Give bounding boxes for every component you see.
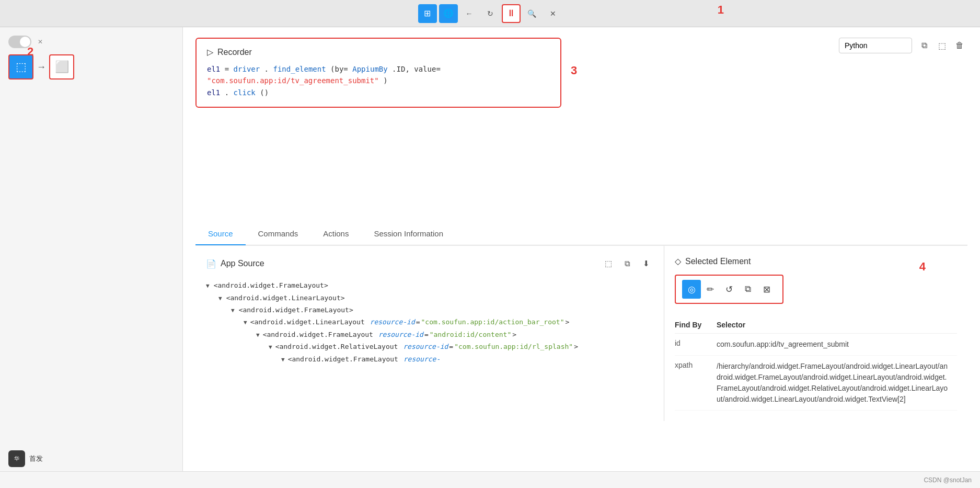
refresh-button[interactable]: ↻ (481, 4, 500, 23)
globe-button[interactable]: 🌐 (439, 4, 458, 23)
tree-tag-3-start[interactable]: <android.widget.LinearLayout (250, 316, 369, 328)
tree-eq-3: = (416, 316, 420, 328)
expand-source-button[interactable]: ⬚ (601, 256, 616, 271)
copy-action-button[interactable]: ⧉ (739, 280, 757, 299)
tab-actions[interactable]: Actions (310, 223, 361, 245)
code-line-1: el1 = driver . find_element (by= AppiumB… (207, 63, 550, 87)
tree-attr-name-3: resource-id (370, 316, 415, 328)
tree-tag-5-start[interactable]: <android.widget.RelativeLayout (275, 341, 402, 353)
tree-tag-5-end: > (574, 341, 578, 353)
download-source-button[interactable]: ⬇ (639, 256, 653, 271)
tree-tag-0[interactable]: <android.widget.FrameLayout> (214, 279, 328, 291)
edit-action-button[interactable]: ✏ (701, 280, 720, 299)
tree-toggle-5[interactable]: ▼ (269, 342, 272, 353)
pause-button[interactable]: ⏸ (502, 4, 521, 23)
tree-node-5: ▼ <android.widget.RelativeLayout resourc… (206, 341, 653, 353)
code-find-element: find_element (273, 65, 326, 73)
tree-node-1: ▼ <android.widget.LinearLayout> (206, 292, 653, 304)
selected-element-header: ◇ Selected Element (675, 256, 957, 266)
main-layout: ✕ 2 ⬚ → ⬜ 华 首发 Python Java JavaScript C#… (0, 27, 980, 488)
tree-attr-val-4: "android:id/content" (430, 328, 512, 341)
table-row-id: id com.soufun.app:id/tv_agreement_submit (675, 334, 957, 356)
source-panel-actions: ⬚ ⧉ ⬇ (601, 256, 653, 271)
code-driver: driver (234, 65, 260, 73)
language-select[interactable]: Python Java JavaScript C# Ruby (839, 38, 912, 53)
left-panel: ✕ 2 ⬚ → ⬜ 华 首发 (0, 27, 183, 488)
screenshot-button[interactable]: ⬜ (49, 54, 74, 80)
close-button[interactable]: ✕ (544, 4, 562, 23)
code-appiumby: AppiumBy (352, 65, 387, 73)
tree-node-2: ▼ <android.widget.FrameLayout> (206, 304, 653, 316)
tree-tag-2[interactable]: <android.widget.FrameLayout> (239, 304, 353, 316)
code-line-2: el1 . click () (207, 87, 550, 98)
toggle-x-icon: ✕ (38, 38, 43, 46)
recorder-title: Recorder (217, 48, 252, 57)
id-selector-value: com.soufun.app:id/tv_agreement_submit (717, 334, 957, 356)
tree-node-3: ▼ <android.widget.LinearLayout resource-… (206, 316, 653, 328)
tree-toggle-3[interactable]: ▼ (244, 317, 247, 328)
tree-tag-6-start[interactable]: <android.widget.FrameLayout (288, 353, 402, 365)
icon-btn-group: 2 ⬚ → ⬜ (8, 54, 74, 80)
tree-toggle-6[interactable]: ▼ (281, 355, 285, 365)
code-var-el1: el1 (207, 65, 220, 73)
lang-action-buttons: ⧉ ⬚ 🗑 (916, 38, 967, 53)
source-panel-icon: 📄 (206, 259, 216, 269)
watermark-text: CSDN @snotJan (924, 476, 972, 484)
element-action-buttons: ◎ ✏ ↺ ⧉ ⊠ (675, 275, 783, 304)
find-by-xpath-label: xpath (675, 356, 717, 411)
app-label: 首发 (29, 454, 43, 463)
table-row-xpath: xpath /hierarchy/android.widget.FrameLay… (675, 356, 957, 411)
source-panel: 📄 App Source ⬚ ⧉ ⬇ ▼ <android.widget.Fra… (195, 246, 664, 421)
expand-code-button[interactable]: ⬚ (934, 38, 950, 53)
selected-element-icon: ◇ (675, 256, 681, 266)
back-button[interactable]: ← (460, 4, 479, 23)
tree-attr-val-3: "com.soufun.app:id/action_bar_root" (421, 316, 564, 328)
remove-action-button[interactable]: ⊠ (757, 280, 776, 299)
tree-node-4: ▼ <android.widget.FrameLayout resource-i… (206, 328, 653, 341)
tree-attr-name-6: resource- (403, 353, 440, 365)
recorder-box: ▷ Recorder el1 = driver . find_element (… (195, 38, 561, 108)
tree-toggle-1[interactable]: ▼ (218, 293, 222, 304)
tree-eq-5: = (449, 341, 453, 353)
bottom-two-col: 📄 App Source ⬚ ⧉ ⬇ ▼ <android.widget.Fra… (195, 245, 967, 421)
tree-toggle-2[interactable]: ▼ (231, 305, 235, 316)
bottom-bar: CSDN @snotJan (0, 471, 980, 488)
annotation-2-label: 2 (27, 45, 33, 59)
clear-action-button[interactable]: ↺ (720, 280, 739, 299)
tree-node-6: ▼ <android.widget.FrameLayout resource- (206, 353, 653, 365)
code-block: el1 = driver . find_element (by= AppiumB… (207, 63, 550, 98)
tree-tag-3-end: > (565, 316, 569, 328)
tree-toggle-0[interactable]: ▼ (206, 281, 210, 291)
search-button[interactable]: 🔍 (523, 4, 541, 23)
element-actions-wrap: 4 ◎ ✏ ↺ ⧉ ⊠ (675, 275, 957, 304)
source-panel-header: 📄 App Source ⬚ ⧉ ⬇ (206, 256, 653, 271)
toggle-row: ✕ (8, 36, 43, 48)
grid-button[interactable]: ⊞ (418, 4, 437, 23)
tree-tag-1[interactable]: <android.widget.LinearLayout> (226, 292, 345, 304)
source-panel-title-text: App Source (221, 259, 264, 268)
app-icon: 华 (8, 450, 25, 467)
arrow-separator-icon: → (37, 62, 46, 73)
content-area: Python Java JavaScript C# Ruby ⧉ ⬚ 🗑 ▷ R… (183, 27, 980, 488)
annotation-1-label: 1 (718, 3, 724, 17)
copy-code-button[interactable]: ⧉ (916, 38, 932, 53)
code-click: click (234, 88, 256, 97)
copy-source-button[interactable]: ⧉ (620, 256, 635, 271)
find-by-table: Find By Selector id com.soufun.app:id/tv… (675, 316, 957, 411)
tree-eq-4: = (424, 328, 429, 341)
tree-attr-name-5: resource-id (403, 341, 448, 353)
tree-tag-4-start[interactable]: <android.widget.FrameLayout (263, 328, 377, 341)
delete-code-button[interactable]: 🗑 (952, 38, 967, 53)
xml-tree: ▼ <android.widget.FrameLayout> ▼ <androi… (206, 279, 653, 365)
tab-commands[interactable]: Commands (246, 223, 311, 245)
tap-action-button[interactable]: ◎ (682, 280, 701, 299)
tab-session-information[interactable]: Session Information (361, 223, 456, 245)
recorder-header: ▷ Recorder (207, 47, 550, 57)
xpath-selector-value: /hierarchy/android.widget.FrameLayout/an… (717, 356, 957, 411)
top-toolbar: ⊞ 🌐 ← ↻ ⏸ 1 🔍 ✕ (0, 0, 980, 27)
tree-node-0: ▼ <android.widget.FrameLayout> (206, 279, 653, 291)
tab-source[interactable]: Source (195, 223, 246, 245)
tree-attr-name-4: resource-id (378, 328, 423, 341)
find-by-col-header: Find By (675, 316, 717, 334)
tree-toggle-4[interactable]: ▼ (256, 330, 260, 341)
